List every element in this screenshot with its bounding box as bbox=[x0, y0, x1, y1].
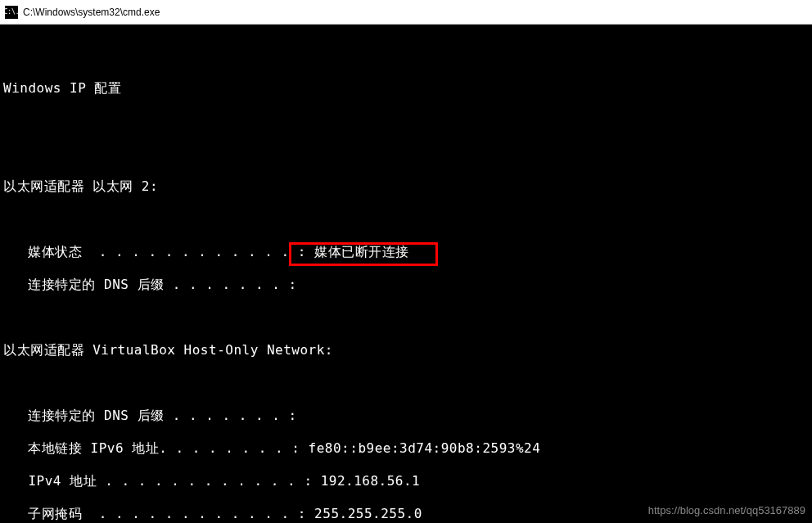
terminal-output[interactable]: Windows IP 配置 以太网适配器 以太网 2: 媒体状态 . . . .… bbox=[0, 25, 812, 523]
adapter-line: 媒体状态 . . . . . . . . . . . . : 媒体已断开连接 bbox=[3, 244, 809, 260]
blank-line bbox=[3, 309, 809, 326]
window-title: C:\Windows\system32\cmd.exe bbox=[23, 7, 160, 18]
watermark: https://blog.csdn.net/qq53167889 bbox=[648, 504, 805, 516]
adapter-name: 以太网适配器 以太网 2: bbox=[3, 178, 809, 195]
adapter-name: 以太网适配器 VirtualBox Host-Only Network: bbox=[3, 342, 809, 358]
blank-line bbox=[3, 113, 809, 129]
blank-line bbox=[3, 47, 809, 64]
cmd-icon: C:\. bbox=[5, 6, 18, 19]
blank-line bbox=[3, 211, 809, 228]
adapter-line-ipv4: IPv4 地址 . . . . . . . . . . . . : 192.16… bbox=[3, 473, 809, 489]
adapter-line: 连接特定的 DNS 后缀 . . . . . . . : bbox=[3, 408, 809, 424]
blank-line bbox=[3, 375, 809, 391]
ip-config-header: Windows IP 配置 bbox=[3, 80, 809, 97]
window-title-bar[interactable]: C:\. C:\Windows\system32\cmd.exe bbox=[0, 0, 812, 25]
blank-line bbox=[3, 146, 809, 162]
adapter-line: 本地链接 IPv6 地址. . . . . . . . : fe80::b9ee… bbox=[3, 440, 809, 457]
adapter-line: 连接特定的 DNS 后缀 . . . . . . . : bbox=[3, 277, 809, 293]
